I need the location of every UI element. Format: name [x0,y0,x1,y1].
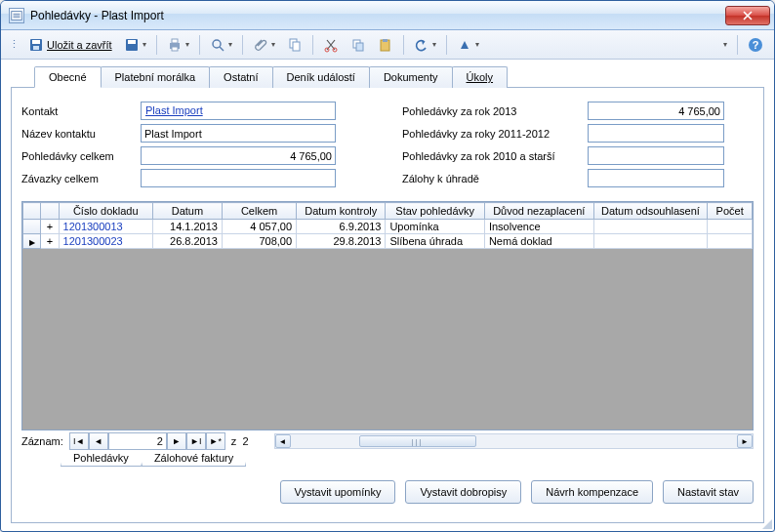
col-cislo[interactable]: Číslo dokladu [59,203,152,220]
cell-cislo[interactable]: 1201300013 [59,220,152,234]
col-expand[interactable] [41,203,59,220]
table-row[interactable]: + 1201300013 14.1.2013 4 057,00 6.9.2013… [23,220,753,234]
svg-rect-11 [172,47,178,51]
btn-navrh-kompenzace[interactable]: Návrh kompenzace [531,480,653,504]
col-stav[interactable]: Stav pohledávky [386,203,484,220]
kontakt-label: Kontakt [21,105,141,117]
nav-current-input[interactable] [108,432,167,450]
copy-doc-button[interactable] [282,34,307,56]
svg-text:?: ? [753,39,759,51]
toolbar: ⋮ Uložit a zavřít ▾ ▾ ▾ ▾ [1,30,774,60]
col-datum[interactable]: Datum [152,203,222,220]
svg-rect-6 [33,46,39,50]
r2011-2012-input[interactable] [588,124,724,143]
resize-grip[interactable] [760,517,772,529]
attach-button[interactable]: ▾ [248,34,280,56]
tab-platebni-moralka[interactable]: Platební morálka [101,66,211,88]
tab-obecne[interactable]: Obecné [34,66,102,88]
r2011-2012-label: Pohledávky za roky 2011-2012 [402,128,588,140]
cell-datum-kontroly[interactable]: 6.9.2013 [297,220,386,234]
toolbar-grip: ⋮ [9,38,20,51]
cell-duvod[interactable]: Nemá doklad [484,234,593,249]
btn-vystavit-dobropisy[interactable]: Vystavit dobropisy [405,480,521,504]
svg-rect-15 [293,42,300,51]
col-datum-ods[interactable]: Datum odsouhlasení [593,203,708,220]
cell-celkem[interactable]: 4 057,00 [222,220,296,234]
cut-button[interactable] [318,34,344,56]
close-button[interactable] [725,6,770,25]
more-button[interactable]: ▾ [718,34,732,56]
col-datum-kontroly[interactable]: Datum kontroly [297,203,386,220]
nav-prev-button[interactable]: ◄ [89,432,108,450]
nav-first-button[interactable]: I◄ [69,432,89,450]
row-selector[interactable] [23,220,41,234]
cell-datum-ods[interactable] [593,220,708,234]
cell-pocet[interactable] [708,220,753,234]
btn-nastavit-stav[interactable]: Nastavit stav [663,480,754,504]
copy-button[interactable] [346,34,371,56]
col-rowhdr[interactable] [23,203,41,220]
cell-cislo[interactable]: 1201300023 [59,234,152,249]
save-button[interactable]: ▾ [119,34,151,56]
nav-label: Záznam: [21,435,63,447]
zavazky-label: Závazky celkem [21,173,141,184]
svg-rect-8 [128,40,136,44]
save-close-button[interactable]: Uložit a zavřít [23,34,117,56]
zalohy-label: Zálohy k úhradě [402,173,588,184]
subtab-zalohove-faktury[interactable]: Zálohové faktury [142,450,246,467]
cell-datum[interactable]: 26.8.2013 [152,234,222,249]
svg-rect-21 [383,39,388,42]
hscroll-left[interactable]: ◄ [275,434,291,448]
nav-last-button[interactable]: ►I [186,432,206,450]
hscroll-thumb[interactable]: ||| [359,435,476,447]
subtab-pohledavky[interactable]: Pohledávky [61,450,142,467]
table-row[interactable]: + 1201300023 26.8.2013 708,00 29.8.2013 … [23,234,753,249]
paste-button[interactable] [373,34,398,56]
preview-button[interactable]: ▾ [205,34,237,56]
help-button[interactable]: ? [743,34,768,56]
cell-datum-ods[interactable] [593,234,708,249]
tab-ostatni[interactable]: Ostatní [209,66,272,88]
nav-new-button[interactable]: ►* [206,432,225,450]
zalohy-input[interactable] [588,169,724,187]
undo-button[interactable]: ▾ [409,34,441,56]
hscroll[interactable]: ◄ ||| ► [274,433,754,449]
svg-rect-10 [172,39,178,43]
cell-celkem[interactable]: 708,00 [222,234,296,249]
expand-icon[interactable]: + [41,234,59,249]
r2010-input[interactable] [588,146,724,165]
hscroll-right[interactable]: ► [737,434,753,448]
col-duvod[interactable]: Důvod nezaplacení [484,203,593,220]
zavazky-input[interactable] [141,169,336,187]
expand-icon[interactable]: + [41,220,59,234]
nazev-label: Název kontaktu [21,128,141,140]
grid-header-row: Číslo dokladu Datum Celkem Datum kontrol… [23,203,753,220]
cell-stav[interactable]: Upomínka [386,220,484,234]
cell-datum-kontroly[interactable]: 29.8.2013 [297,234,386,249]
cell-duvod[interactable]: Insolvence [484,220,593,234]
cell-datum[interactable]: 14.1.2013 [152,220,222,234]
pohl-celkem-input[interactable] [141,146,336,165]
row-selector[interactable] [23,234,41,249]
nav-next-button[interactable]: ► [167,432,186,450]
btn-vystavit-upominky[interactable]: Vystavit upomínky [280,480,396,504]
window-title: Pohledávky - Plast Import [30,9,725,22]
kontakt-link[interactable]: Plast Import [141,102,336,120]
print-button[interactable]: ▾ [162,34,194,56]
subtabs: Pohledávky Zálohové faktury [21,450,754,467]
svg-line-13 [220,47,224,51]
tab-ukoly[interactable]: Úkoly [452,66,509,88]
col-pocet[interactable]: Počet [708,203,753,220]
tab-dokumenty[interactable]: Dokumenty [369,66,453,88]
tab-denik-udalosti[interactable]: Deník událostí [272,66,370,88]
form-right: Pohledávky za rok 2013 Pohledávky za rok… [402,102,754,191]
svg-point-12 [213,40,221,48]
cell-pocet[interactable] [708,234,753,249]
nazev-input[interactable] [141,124,336,143]
tabpanel-obecne: Kontakt Plast Import Název kontaktu Pohl… [11,87,764,523]
col-celkem[interactable]: Celkem [222,203,296,220]
r2013-input[interactable] [588,102,724,120]
cell-stav[interactable]: Slíbena úhrada [386,234,484,249]
action-buttons: Vystavit upomínky Vystavit dobropisy Náv… [21,480,754,504]
sort-button[interactable]: ▾ [452,34,484,56]
